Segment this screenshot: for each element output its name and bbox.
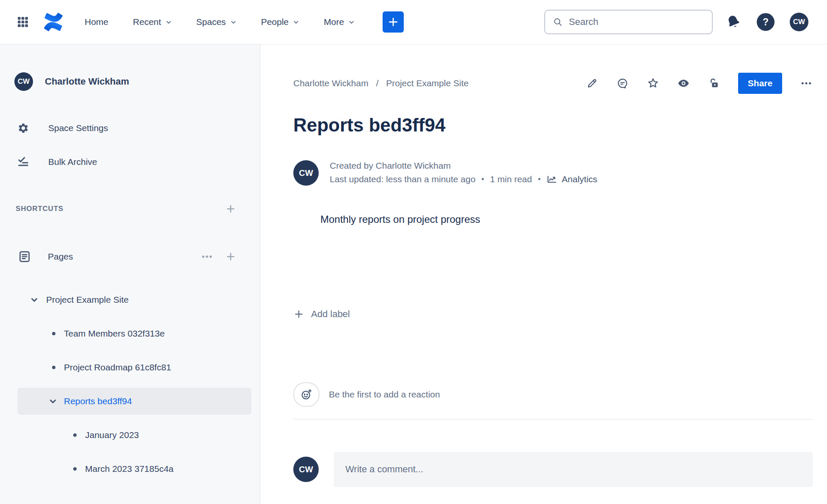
- nav-recent-label: Recent: [133, 17, 161, 27]
- restrictions-button[interactable]: [708, 77, 720, 90]
- analytics-label: Analytics: [562, 174, 597, 184]
- watch-button[interactable]: [677, 77, 690, 90]
- user-avatar[interactable]: CW: [790, 13, 808, 31]
- breadcrumb-separator: /: [376, 78, 378, 88]
- primary-nav: Home Recent Spaces People More: [85, 17, 355, 27]
- chevron-down-icon: [30, 296, 39, 304]
- sidebar-item-label: Space Settings: [48, 123, 108, 133]
- plus-icon: [293, 309, 304, 320]
- reaction-row: Be the first to add a reaction: [293, 382, 813, 407]
- sidebar-item-bulk-archive[interactable]: Bulk Archive: [0, 152, 260, 172]
- add-reaction-button[interactable]: [293, 382, 320, 407]
- tree-item-reports-selected[interactable]: Reports bed3ff94: [17, 388, 251, 415]
- tree-item-project-roadmap[interactable]: Project Roadmap 61c8fc81: [17, 357, 251, 378]
- byline-meta: Last updated: less than a minute ago • 1…: [330, 174, 597, 185]
- breadcrumb-space-owner[interactable]: Charlotte Wickham: [293, 78, 368, 88]
- analytics-link[interactable]: Analytics: [546, 174, 597, 185]
- read-time: 1 min read: [490, 174, 532, 184]
- plus-icon: [225, 203, 236, 214]
- bell-icon: [723, 11, 744, 32]
- pages-icon: [17, 250, 32, 263]
- more-actions-button[interactable]: [800, 77, 813, 90]
- comment-icon: [617, 77, 629, 89]
- nav-home[interactable]: Home: [85, 17, 108, 27]
- topnav-right-group: ? CW: [725, 13, 808, 31]
- chevron-down-icon: [165, 19, 172, 25]
- body-row: CW Charlotte Wickham Space Settings: [0, 44, 827, 504]
- pages-label: Pages: [48, 252, 73, 262]
- page-body-text: Monthly reports on project progress: [320, 213, 813, 226]
- ellipsis-icon: [201, 250, 213, 263]
- last-updated: Last updated: less than a minute ago: [330, 174, 475, 184]
- tree-item-label: Team Members 032f313e: [64, 329, 165, 339]
- pages-section-header[interactable]: Pages: [0, 247, 260, 267]
- space-name: Charlotte Wickham: [45, 76, 129, 87]
- chevron-down-icon: [293, 19, 299, 25]
- space-profile[interactable]: CW Charlotte Wickham: [14, 71, 246, 92]
- search-input[interactable]: [569, 16, 704, 27]
- page-title: Reports bed3ff94: [293, 114, 813, 137]
- tree-item-march-2023[interactable]: March 2023 37185c4a: [17, 459, 251, 479]
- tree-item-label: Project Roadmap 61c8fc81: [64, 362, 171, 373]
- comments-button[interactable]: [616, 77, 629, 90]
- bullet-icon: [73, 433, 77, 437]
- app-switcher-button[interactable]: [16, 15, 30, 29]
- breadcrumb: Charlotte Wickham / Project Example Site: [293, 78, 469, 88]
- tree-item-label: January 2023: [85, 430, 139, 440]
- pages-more-button[interactable]: [201, 250, 213, 263]
- edit-button[interactable]: [586, 77, 598, 90]
- eye-icon: [677, 77, 690, 90]
- search-icon: [553, 17, 563, 27]
- space-avatar: CW: [14, 72, 33, 91]
- nav-recent[interactable]: Recent: [133, 17, 172, 27]
- star-button[interactable]: [647, 77, 659, 90]
- byline-lines: Created by Charlotte Wickham Last update…: [330, 160, 597, 185]
- question-mark-icon: ?: [757, 13, 775, 31]
- create-button[interactable]: [383, 11, 404, 33]
- gear-icon: [16, 122, 30, 134]
- add-label-button[interactable]: Add label: [293, 309, 350, 320]
- tree-item-label: Project Example Site: [46, 295, 129, 305]
- chevron-down-icon: [348, 19, 355, 25]
- tree-item-january-2023[interactable]: January 2023: [17, 425, 251, 445]
- help-button[interactable]: ?: [757, 13, 775, 31]
- app-grid-icon: [16, 15, 30, 29]
- comment-input[interactable]: [334, 452, 813, 487]
- reaction-prompt: Be the first to add a reaction: [329, 389, 440, 400]
- author-avatar[interactable]: CW: [293, 160, 319, 186]
- shortcuts-section-header: SHORTCUTS: [0, 203, 260, 214]
- content-header: Charlotte Wickham / Project Example Site: [293, 72, 813, 94]
- tree-item-project-example-site[interactable]: Project Example Site: [17, 290, 251, 310]
- meta-separator: •: [538, 175, 540, 184]
- search-box[interactable]: [544, 10, 713, 34]
- commenter-avatar: CW: [293, 457, 319, 482]
- nav-people[interactable]: People: [261, 17, 299, 27]
- add-page-button[interactable]: [225, 251, 236, 262]
- nav-spaces-label: Spaces: [196, 17, 226, 27]
- page-actions: Share: [586, 73, 813, 94]
- space-sidebar: CW Charlotte Wickham Space Settings: [0, 44, 260, 504]
- nav-people-label: People: [261, 17, 289, 27]
- pages-actions: [201, 250, 236, 263]
- page-content: Charlotte Wickham / Project Example Site: [260, 44, 827, 504]
- bullet-icon: [73, 467, 77, 471]
- notifications-button[interactable]: [725, 14, 742, 30]
- chevron-down-icon: [49, 397, 57, 405]
- shortcuts-title: SHORTCUTS: [16, 205, 63, 213]
- created-by: Created by Charlotte Wickham: [330, 161, 597, 171]
- confluence-logo[interactable]: [44, 13, 63, 31]
- share-button[interactable]: Share: [738, 73, 782, 94]
- tree-item-team-members[interactable]: Team Members 032f313e: [17, 323, 251, 344]
- tree-item-label: Reports bed3ff94: [64, 396, 132, 406]
- bullet-icon: [52, 366, 55, 369]
- nav-more[interactable]: More: [324, 17, 355, 27]
- nav-spaces[interactable]: Spaces: [196, 17, 237, 27]
- breadcrumb-space[interactable]: Project Example Site: [386, 78, 469, 88]
- checklist-icon: [16, 156, 30, 168]
- sidebar-item-space-settings[interactable]: Space Settings: [0, 118, 260, 138]
- star-icon: [647, 77, 659, 89]
- ellipsis-icon: [800, 76, 813, 90]
- page-tree: Project Example Site Team Members 032f31…: [0, 290, 260, 479]
- meta-separator: •: [481, 175, 484, 184]
- add-shortcut-button[interactable]: [225, 203, 236, 214]
